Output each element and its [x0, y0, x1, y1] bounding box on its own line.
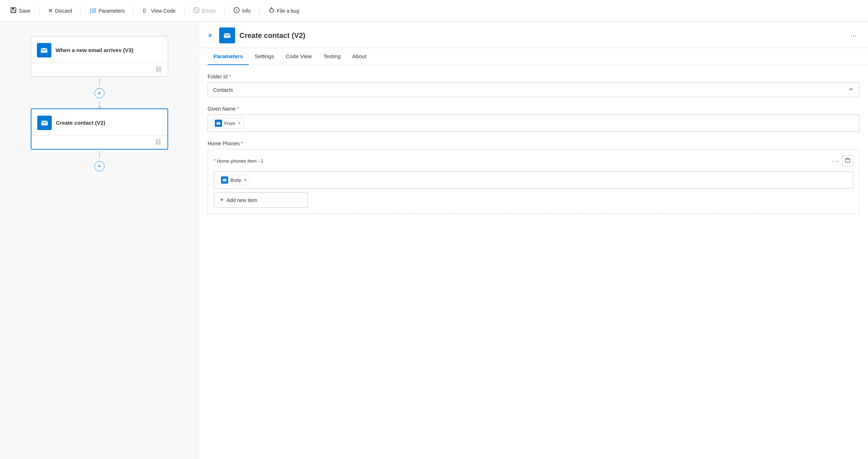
view-code-button[interactable]: {} View Code: [138, 5, 180, 17]
add-new-item-button[interactable]: + Add new item: [214, 192, 308, 208]
trigger-node-icon: [37, 43, 51, 57]
panel-more-button[interactable]: ···: [847, 30, 859, 41]
panel-tabs: Parameters Settings Code View Testing Ab…: [199, 48, 868, 65]
home-phones-nested-field: * Home phones Item - 1 ···: [208, 149, 859, 214]
errors-icon: [193, 7, 200, 15]
connector-1: +: [94, 78, 105, 107]
bug-icon: [268, 7, 275, 15]
discard-icon: ✕: [48, 7, 53, 14]
given-name-token-field[interactable]: From ×: [208, 115, 859, 132]
save-label: Save: [19, 8, 30, 14]
tab-testing[interactable]: Testing: [318, 48, 346, 65]
folder-id-label: Folder Id *: [208, 74, 859, 80]
svg-line-6: [195, 9, 198, 11]
home-phones-required: *: [241, 141, 243, 146]
tab-code-view[interactable]: Code View: [280, 48, 318, 65]
detail-panel: Create contact (V2) ··· Parameters Setti…: [199, 22, 868, 459]
action-node-icon: [37, 116, 52, 130]
given-name-field-group: Given Name * From ×: [208, 106, 859, 132]
trigger-node-footer: ⛓: [31, 63, 168, 76]
info-button[interactable]: i Info: [229, 5, 255, 17]
dropdown-chevron: [848, 86, 854, 93]
save-icon: [10, 7, 17, 15]
errors-button[interactable]: Errors: [189, 5, 220, 17]
add-step-btn-1[interactable]: +: [94, 88, 105, 98]
body-token-close[interactable]: ×: [244, 177, 247, 183]
toolbar: Save ✕ Discard [@] Parameters {} View Co…: [0, 0, 868, 22]
connector-2: +: [94, 151, 105, 174]
divider2: [81, 6, 81, 16]
info-icon: i: [233, 7, 240, 15]
tab-about[interactable]: About: [346, 48, 372, 65]
given-name-required: *: [237, 106, 239, 111]
from-token[interactable]: From ×: [212, 118, 244, 129]
nested-field-actions: ···: [832, 155, 853, 166]
discard-label: Discard: [55, 8, 72, 14]
tab-parameters[interactable]: Parameters: [208, 48, 249, 65]
main-layout: When a new email arrives (V3) ⛓ +: [0, 22, 868, 459]
trigger-node-title: When a new email arrives (V3): [56, 47, 133, 54]
nested-more-button[interactable]: ···: [832, 157, 839, 165]
body-token-field[interactable]: Body ×: [214, 171, 853, 189]
folder-id-value: Contacts: [213, 87, 233, 93]
svg-line-11: [273, 9, 275, 10]
action-node-title: Create contact (V2): [56, 119, 106, 126]
from-token-close[interactable]: ×: [238, 121, 241, 126]
svg-point-9: [270, 8, 273, 12]
tab-settings[interactable]: Settings: [249, 48, 280, 65]
errors-label: Errors: [202, 8, 216, 14]
folder-id-required: *: [229, 74, 231, 79]
svg-text:i: i: [236, 8, 237, 12]
trigger-node-header: When a new email arrives (V3): [31, 37, 168, 63]
panel-action-icon: [219, 27, 235, 43]
body-token-label: Body: [230, 177, 241, 183]
divider5: [224, 6, 225, 16]
discard-button[interactable]: ✕ Discard: [44, 5, 76, 16]
panel-content: Folder Id * Contacts Given Name *: [199, 65, 868, 459]
panel-expand-button[interactable]: [205, 30, 215, 40]
link-icon-2: ⛓: [155, 138, 162, 146]
link-icon-1: ⛓: [156, 66, 162, 73]
folder-id-dropdown[interactable]: Contacts: [208, 82, 859, 97]
action-node[interactable]: Create contact (V2) ⛓: [31, 108, 168, 150]
action-node-footer: ⛓: [31, 135, 167, 149]
connector-line-2: [99, 151, 100, 158]
nested-required-star: *: [214, 158, 216, 163]
nested-item-label: Home phones Item - 1: [217, 158, 264, 164]
nested-field-title: * Home phones Item - 1: [214, 158, 263, 164]
panel-header: Create contact (V2) ···: [199, 22, 868, 48]
home-phones-label: Home Phones *: [208, 141, 859, 146]
svg-text:{}: {}: [143, 8, 146, 13]
save-button[interactable]: Save: [6, 5, 35, 17]
nested-delete-button[interactable]: [842, 155, 853, 166]
add-item-label: Add new item: [227, 197, 258, 203]
parameters-button[interactable]: [@] Parameters: [85, 5, 129, 17]
info-label: Info: [242, 8, 250, 14]
svg-text:[@]: [@]: [90, 7, 96, 13]
folder-id-field-group: Folder Id * Contacts: [208, 74, 859, 97]
divider6: [259, 6, 260, 16]
home-phones-field-group: Home Phones * * Home phones Item - 1 ···: [208, 141, 859, 214]
divider4: [184, 6, 184, 16]
view-code-label: View Code: [151, 8, 175, 14]
action-node-header: Create contact (V2): [31, 109, 167, 135]
add-step-btn-2[interactable]: +: [94, 161, 105, 171]
svg-rect-1: [12, 8, 14, 9]
body-token[interactable]: Body ×: [218, 175, 250, 185]
file-bug-label: File a bug: [277, 8, 299, 14]
divider3: [133, 6, 134, 16]
view-code-icon: {}: [142, 7, 149, 15]
from-token-label: From: [224, 121, 235, 126]
nested-field-header: * Home phones Item - 1 ···: [214, 155, 853, 166]
svg-line-13: [273, 11, 275, 12]
add-item-plus-icon: +: [220, 196, 224, 204]
file-bug-button[interactable]: File a bug: [264, 5, 303, 17]
svg-line-10: [269, 9, 270, 10]
canvas-area: When a new email arrives (V3) ⛓ +: [0, 22, 199, 459]
connector-line-1: [99, 78, 100, 85]
svg-line-12: [269, 11, 270, 12]
given-name-label: Given Name *: [208, 106, 859, 112]
from-token-icon: [215, 120, 222, 127]
trigger-node[interactable]: When a new email arrives (V3) ⛓: [31, 36, 168, 77]
panel-title: Create contact (V2): [239, 31, 843, 40]
